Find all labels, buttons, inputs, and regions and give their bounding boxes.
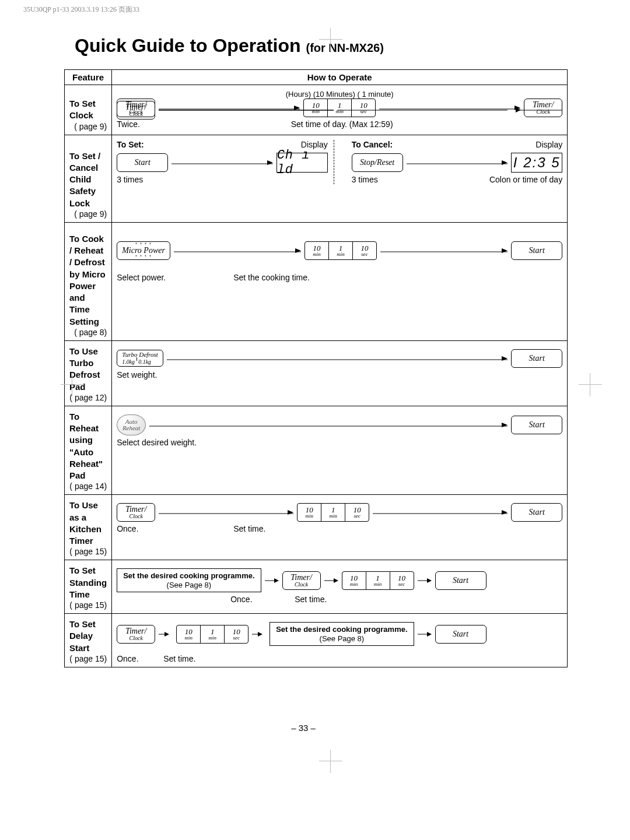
page-ref: ( page 15)	[69, 654, 107, 663]
svg-marker-28	[502, 510, 508, 515]
time-dials: 10min 1min 10sec	[176, 625, 249, 644]
svg-marker-36	[164, 632, 169, 637]
operate-cell: Turbo Defrost 1.0kg0.1kg Start Set weigh…	[112, 340, 568, 406]
page-ref: ( page 14)	[69, 481, 107, 491]
arrow-icon	[418, 630, 432, 639]
operate-cell: (Hours) (10 Minutes) ( 1 minute) Timer/C…	[112, 85, 568, 135]
title-model: (for NN-MX26)	[306, 41, 383, 54]
table-row: To Cook / Reheat / Defrost by Micro Powe…	[65, 222, 568, 340]
caption: Set time.	[163, 654, 195, 663]
print-mark: 35U30QP p1-33 2003.3.19 13:26 页面33	[23, 5, 139, 15]
operate-cell: Timer/Clock 10min 1min 10sec Start Once.	[112, 495, 568, 560]
operate-cell: Set the desired cooking programme.(See P…	[112, 560, 568, 614]
subheading-set: To Set:	[117, 140, 144, 149]
time-dials: 10min 1min 10sec	[297, 503, 369, 522]
start-button: Start	[435, 625, 487, 644]
start-button: Start	[511, 241, 562, 260]
page-ref: ( page 8)	[69, 328, 107, 337]
caption: 3 times	[352, 175, 378, 184]
operate-cell: AutoReheat Start Select desired weight.	[112, 406, 568, 495]
svg-marker-22	[502, 356, 508, 361]
cooking-programme-box: Set the desired cooking programme.(See P…	[270, 622, 414, 646]
caption: Once.	[230, 595, 295, 604]
svg-marker-32	[334, 578, 338, 583]
timer-clock-button: Timer/Clock	[117, 99, 155, 117]
page-title: Quick Guide to Operation (for NN-MX26)	[75, 35, 542, 57]
start-button: Start	[117, 153, 168, 172]
feature-title: To Cook / Reheat / Defrost by Micro Powe…	[69, 233, 107, 328]
caption: Colon or time of day	[489, 175, 562, 184]
table-row: To Set Delay Start ( page 15) Timer/Cloc…	[65, 614, 568, 667]
table-row: To Use Turbo Defrost Pad ( page 12) Turb…	[65, 340, 568, 406]
svg-marker-26	[288, 510, 293, 515]
timer-clock-button: Timer/Clock	[282, 571, 321, 590]
feature-title: To Set Delay Start	[69, 618, 107, 654]
start-button: Start	[435, 571, 487, 590]
feature-cell: To Set Clock ( page 9)	[65, 85, 112, 135]
quick-guide-table: Feature How to Operate To Set Clock ( pa…	[64, 69, 568, 667]
crop-mark-icon	[319, 28, 342, 51]
feature-cell: To Cook / Reheat / Defrost by Micro Powe…	[65, 222, 112, 340]
svg-marker-14	[267, 160, 273, 165]
time-dials: 10min 1min 10sec	[303, 99, 376, 117]
dial-labels: (Hours) (10 Minutes) ( 1 minute)	[117, 90, 562, 99]
header-operate: How to Operate	[112, 70, 568, 85]
feature-title: To Set Standing Time	[69, 565, 107, 600]
svg-marker-34	[427, 578, 432, 583]
arrow-icon	[418, 576, 432, 585]
feature-cell: To Set Standing Time ( page 15)	[65, 560, 112, 614]
table-row: To Set / Cancel Child Safety Lock ( page…	[65, 135, 568, 222]
header-feature: Feature	[65, 70, 112, 85]
page-ref: ( page 15)	[69, 600, 107, 610]
svg-marker-16	[502, 160, 508, 165]
arrow-icon	[324, 576, 338, 585]
page-ref: ( page 15)	[69, 547, 107, 556]
caption: Select desired weight.	[117, 438, 197, 447]
auto-reheat-button: AutoReheat	[117, 414, 146, 435]
page-ref: ( page 9)	[69, 209, 107, 219]
subheading-cancel: To Cancel:	[352, 140, 393, 149]
start-button: Start	[511, 349, 562, 368]
turbo-defrost-button: Turbo Defrost 1.0kg0.1kg	[117, 350, 163, 367]
display-child: Ch ı ld	[276, 153, 328, 173]
timer-clock-button: Timer/Clock	[117, 625, 155, 644]
caption: Set time of day. (Max 12:59)	[154, 120, 530, 129]
feature-cell: To Reheat using "Auto Reheat" Pad ( page…	[65, 406, 112, 495]
time-dials: 10min 1min 10sec	[342, 571, 414, 590]
crop-mark-icon	[61, 373, 84, 396]
page-ref: ( page 9)	[69, 122, 107, 131]
start-button: Start	[511, 416, 562, 434]
feature-title: To Set Clock	[69, 98, 107, 122]
feature-title: To Use as a Kitchen Timer	[69, 500, 107, 547]
display-time: I 2:3 5	[511, 153, 562, 173]
svg-marker-30	[274, 578, 279, 583]
caption: 3 times	[117, 175, 175, 184]
label-display: Display	[536, 140, 562, 149]
arrow-icon	[265, 576, 279, 585]
feature-cell: To Set Delay Start ( page 15)	[65, 614, 112, 667]
caption: Set the cooking time.	[222, 273, 562, 282]
arrow-icon	[159, 630, 173, 639]
operate-cell: To Set: Display Start Ch ı ld 3 times	[112, 135, 568, 222]
time-dials: 10min 1min 10sec	[304, 241, 377, 260]
cooking-programme-box: Set the desired cooking programme.(See P…	[117, 568, 261, 592]
stars-icon: ＊＊＊＊	[134, 255, 153, 259]
stop-reset-button: Stop/Reset	[352, 153, 403, 172]
operate-cell: Timer/Clock 10min 1min 10sec Set the des…	[112, 614, 568, 667]
table-row: To Set Standing Time ( page 15) Set the …	[65, 560, 568, 614]
svg-marker-10	[294, 106, 300, 110]
svg-marker-12	[514, 106, 520, 110]
page: 35U30QP p1-33 2003.3.19 13:26 页面33 Quick…	[0, 0, 630, 840]
svg-marker-38	[258, 632, 262, 637]
caption: Once.	[117, 654, 163, 663]
caption: Set time.	[295, 595, 327, 604]
feature-cell: To Use as a Kitchen Timer ( page 15)	[65, 495, 112, 560]
crop-mark-icon	[319, 750, 342, 773]
table-row: To Reheat using "Auto Reheat" Pad ( page…	[65, 406, 568, 495]
svg-marker-24	[502, 423, 508, 427]
feature-cell: To Set / Cancel Child Safety Lock ( page…	[65, 135, 112, 222]
caption: Twice.	[117, 120, 154, 129]
caption: Select power.	[117, 273, 222, 282]
feature-title: To Reheat using "Auto Reheat" Pad	[69, 411, 107, 482]
arrow-icon	[252, 630, 266, 639]
